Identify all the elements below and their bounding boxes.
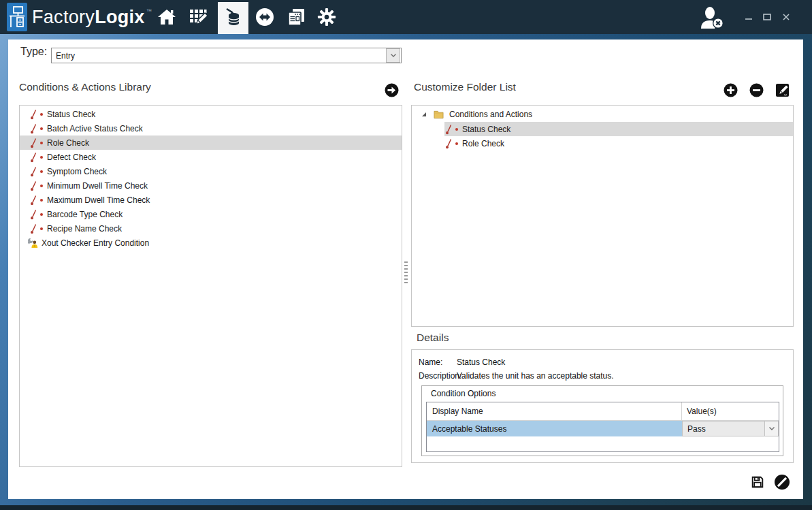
condition-options-title: Condition Options bbox=[431, 389, 496, 398]
condition-needle-icon bbox=[29, 180, 37, 191]
bullet-icon bbox=[40, 156, 43, 159]
bullet-icon bbox=[455, 128, 458, 131]
main-content: Type: Entry Conditions & Actions Library… bbox=[8, 39, 803, 499]
name-label: Name: bbox=[419, 357, 442, 367]
description-label: Description: bbox=[419, 371, 461, 381]
type-dropdown-value: Entry bbox=[52, 51, 385, 61]
home-icon[interactable] bbox=[157, 7, 176, 27]
list-item[interactable]: Barcode Type Check bbox=[20, 207, 402, 221]
reports-documents-icon[interactable] bbox=[287, 7, 306, 27]
bullet-icon bbox=[40, 142, 43, 144]
tree-root-row[interactable]: Conditions and Actions bbox=[412, 107, 793, 122]
condition-needle-icon bbox=[29, 209, 37, 220]
add-folder-item-button[interactable] bbox=[724, 83, 738, 97]
minimize-button[interactable] bbox=[743, 12, 754, 22]
bullet-icon bbox=[40, 185, 43, 187]
settings-gear-icon[interactable] bbox=[317, 7, 336, 27]
list-item-label: Symptom Check bbox=[47, 167, 107, 176]
bullet-icon bbox=[40, 213, 43, 216]
type-label: Type: bbox=[20, 46, 47, 58]
application-window: FactoryLogix™ bbox=[0, 0, 812, 510]
bullet-icon bbox=[40, 199, 43, 202]
list-item-label: Recipe Name Check bbox=[47, 224, 122, 234]
bullet-icon bbox=[40, 227, 43, 230]
remove-folder-item-button[interactable] bbox=[749, 83, 764, 97]
person-wrench-icon bbox=[27, 238, 38, 249]
brand-wordmark: FactoryLogix™ bbox=[32, 0, 152, 34]
condition-needle-icon bbox=[444, 138, 453, 149]
list-item[interactable]: Xout Checker Entry Condition bbox=[20, 236, 402, 250]
condition-needle-icon bbox=[29, 152, 37, 163]
tree-item[interactable]: Role Check bbox=[412, 136, 793, 150]
move-right-button[interactable] bbox=[385, 83, 399, 97]
list-item-label: Defect Check bbox=[47, 153, 96, 162]
save-floppy-icon bbox=[751, 475, 764, 489]
titlebar: FactoryLogix™ bbox=[0, 0, 812, 34]
library-panel-title: Conditions & Actions Library bbox=[19, 81, 151, 93]
list-item-label: Status Check bbox=[47, 110, 95, 119]
condition-needle-icon bbox=[29, 223, 37, 234]
maximize-button[interactable] bbox=[762, 12, 773, 22]
list-item-label: Batch Active Status Check bbox=[47, 124, 143, 133]
condition-options-table: Display Name Value(s) Acceptable Statuse… bbox=[426, 402, 779, 452]
tree-item-label: Status Check bbox=[462, 125, 510, 134]
option-value-dropdown[interactable]: Pass bbox=[682, 421, 779, 436]
condition-needle-icon bbox=[29, 195, 37, 206]
list-item[interactable]: Maximum Dwell Time Check bbox=[20, 193, 402, 207]
library-database-icon[interactable] bbox=[224, 7, 243, 27]
tree-item-selected[interactable]: Status Check bbox=[444, 122, 793, 136]
description-value: Validates the unit has an acceptable sta… bbox=[457, 371, 614, 381]
column-header-display-name: Display Name bbox=[427, 402, 682, 420]
option-name-cell[interactable]: Acceptable Statuses bbox=[427, 421, 682, 436]
transfer-arrows-icon[interactable] bbox=[255, 7, 274, 27]
list-item[interactable]: Batch Active Status Check bbox=[20, 121, 402, 136]
column-header-values: Value(s) bbox=[682, 407, 779, 416]
table-row[interactable]: Acceptable Statuses Pass bbox=[427, 421, 779, 436]
condition-needle-icon bbox=[29, 109, 37, 120]
list-item-label: Maximum Dwell Time Check bbox=[47, 195, 150, 205]
edit-folder-item-button[interactable] bbox=[775, 83, 790, 97]
bullet-icon bbox=[40, 113, 43, 116]
window-frame: Type: Entry Conditions & Actions Library… bbox=[0, 34, 812, 510]
condition-needle-icon bbox=[29, 123, 37, 134]
close-button[interactable] bbox=[781, 12, 792, 22]
expander-expanded-icon[interactable] bbox=[421, 112, 427, 117]
user-logout-icon[interactable] bbox=[698, 6, 728, 29]
condition-needle-icon bbox=[444, 124, 453, 135]
list-item[interactable]: Symptom Check bbox=[20, 164, 402, 178]
bullet-icon bbox=[455, 142, 458, 145]
condition-options-group: Condition Options Display Name Value(s) … bbox=[421, 385, 783, 456]
table-header-row: Display Name Value(s) bbox=[427, 402, 779, 421]
list-item[interactable]: Recipe Name Check bbox=[20, 221, 402, 236]
tree-item-label: Role Check bbox=[462, 139, 504, 148]
customize-folder-tree: Conditions and Actions Status Check Role… bbox=[411, 105, 794, 327]
list-item-label: Role Check bbox=[47, 138, 89, 148]
details-panel: Name: Status Check Description: Validate… bbox=[411, 349, 794, 463]
cancel-button[interactable] bbox=[774, 474, 790, 493]
conditions-library-list: Status Check Batch Active Status Check R… bbox=[19, 105, 402, 467]
design-grid-pencil-icon[interactable] bbox=[189, 7, 208, 27]
list-item[interactable]: Status Check bbox=[20, 107, 402, 121]
tree-item[interactable]: Status Check bbox=[412, 122, 793, 136]
chevron-down-icon[interactable] bbox=[386, 48, 400, 63]
condition-needle-icon bbox=[29, 166, 37, 177]
details-title: Details bbox=[417, 332, 449, 344]
list-item-selected[interactable]: Role Check bbox=[20, 136, 402, 150]
chevron-down-icon[interactable] bbox=[764, 421, 778, 436]
folder-panel-title: Customize Folder List bbox=[414, 81, 516, 93]
list-item[interactable]: Minimum Dwell Time Check bbox=[20, 178, 402, 193]
bullet-icon bbox=[40, 170, 43, 173]
tree-item-content[interactable]: Role Check bbox=[444, 136, 793, 150]
list-item[interactable]: Defect Check bbox=[20, 150, 402, 164]
save-button[interactable] bbox=[751, 475, 764, 492]
panel-splitter-handle[interactable] bbox=[404, 261, 408, 285]
condition-needle-icon bbox=[29, 138, 37, 148]
option-value-text: Pass bbox=[683, 421, 764, 436]
list-item-label: Minimum Dwell Time Check bbox=[47, 181, 148, 191]
bullet-icon bbox=[40, 127, 43, 130]
name-value: Status Check bbox=[457, 357, 505, 367]
list-item-label: Xout Checker Entry Condition bbox=[42, 238, 149, 248]
tree-root-label: Conditions and Actions bbox=[449, 110, 532, 119]
folder-icon bbox=[434, 110, 444, 119]
type-dropdown[interactable]: Entry bbox=[51, 48, 402, 63]
